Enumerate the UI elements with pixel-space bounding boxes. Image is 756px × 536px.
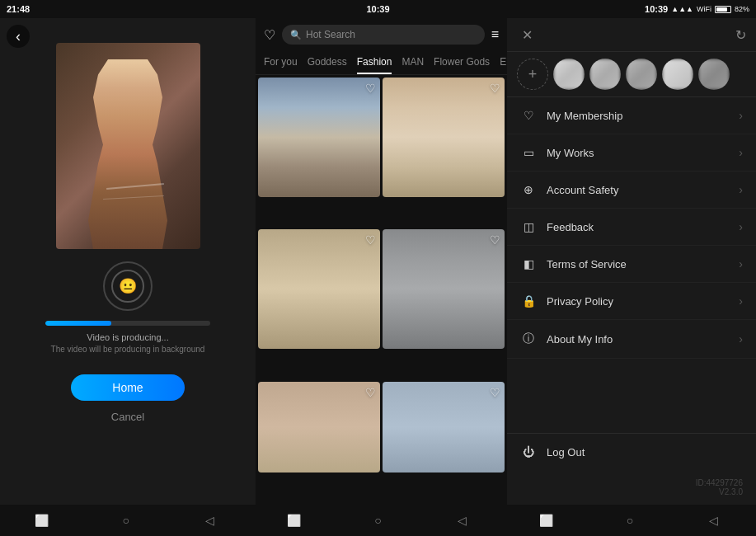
status-time-left: 21:48	[7, 4, 30, 14]
app-version: V2.3.0	[520, 487, 743, 496]
menu-item-feedback[interactable]: ◫ Feedback ›	[507, 209, 756, 246]
status-time-mid: 10:39	[366, 4, 389, 14]
terms-arrow: ›	[739, 257, 743, 270]
smiley-icon: 😐	[119, 277, 137, 295]
nav-circle-2[interactable]: ○	[365, 511, 390, 529]
heart-btn-3[interactable]: ♡	[365, 233, 376, 247]
about-arrow: ›	[739, 332, 743, 346]
right-panel: ✕ ↻ + ♡ My Membership	[507, 18, 756, 505]
search-icon: 🔍	[290, 30, 302, 40]
menu-icon[interactable]: ≡	[491, 27, 499, 42]
menu-item-membership[interactable]: ♡ My Membership ›	[507, 97, 756, 134]
middle-header: ♡ 🔍 Hot Search ≡	[256, 18, 507, 51]
privacy-label: Privacy Policy	[547, 295, 739, 308]
person-silhouette	[78, 59, 177, 249]
avatar-1[interactable]	[553, 59, 585, 90]
photo-cell-1[interactable]: ♡	[258, 78, 380, 197]
menu-item-safety[interactable]: ⊕ Account Safety ›	[507, 172, 756, 209]
left-panel: ‹ 😐 Video is producing... The video will…	[0, 18, 256, 505]
search-placeholder: Hot Search	[306, 29, 355, 40]
close-button[interactable]: ✕	[517, 25, 537, 45]
works-arrow: ›	[739, 146, 743, 159]
back-button[interactable]: ‹	[7, 25, 30, 48]
log-out-section[interactable]: ⏻ Log Out	[507, 433, 756, 470]
photo-cell-4[interactable]: ♡	[383, 229, 505, 349]
photo-cell-5[interactable]: ♡	[258, 382, 380, 473]
nav-back-3[interactable]: ◁	[702, 511, 726, 529]
nav-circle-1[interactable]: ○	[114, 511, 139, 529]
about-icon: ⓘ	[520, 331, 537, 346]
tab-eight-be[interactable]: Eight Be...	[500, 51, 507, 74]
works-icon: ▭	[520, 146, 537, 159]
tab-fashion[interactable]: Fashion	[357, 51, 392, 74]
feedback-label: Feedback	[547, 221, 739, 233]
safety-label: Account Safety	[547, 184, 739, 196]
privacy-arrow: ›	[739, 294, 743, 308]
terms-icon: ◧	[520, 257, 537, 270]
signal-icon: ▲▲▲	[671, 5, 693, 13]
nav-back-1[interactable]: ◁	[198, 511, 223, 529]
tab-man[interactable]: MAN	[401, 51, 424, 74]
heart-btn-1[interactable]: ♡	[365, 82, 376, 95]
preview-image	[56, 43, 200, 249]
search-bar[interactable]: 🔍 Hot Search	[282, 25, 485, 45]
avatar-strip: +	[507, 52, 756, 97]
avatar-2[interactable]	[589, 59, 621, 90]
feedback-icon: ◫	[520, 220, 537, 233]
avatar-3[interactable]	[626, 59, 657, 90]
add-avatar-button[interactable]: +	[517, 59, 548, 90]
nav-circle-3[interactable]: ○	[617, 511, 642, 529]
membership-icon: ♡	[520, 109, 537, 122]
menu-header: ✕ ↻	[507, 18, 756, 52]
photo-grid: ♡ ♡ ♡ ♡ ♡	[256, 75, 507, 505]
nav-bar: ⬜ ○ ◁ ⬜ ○ ◁ ⬜ ○ ◁	[0, 505, 756, 536]
menu-item-privacy[interactable]: 🔒 Privacy Policy ›	[507, 283, 756, 320]
photo-cell-6[interactable]: ♡	[383, 382, 505, 473]
middle-panel: ♡ 🔍 Hot Search ≡ For you Goddess Fashion…	[256, 18, 507, 505]
app-id: ID:44297726	[520, 478, 743, 487]
nav-square-1[interactable]: ⬜	[30, 511, 54, 529]
avatar-5[interactable]	[698, 59, 730, 90]
nav-square-2[interactable]: ⬜	[282, 511, 307, 529]
status-time-right: 10:39	[645, 4, 668, 14]
tab-flower-gods[interactable]: Flower Gods	[434, 51, 490, 74]
producing-text: Video is producing...	[87, 332, 168, 342]
about-label: About My Info	[547, 333, 739, 346]
progress-bar-fill	[45, 321, 111, 326]
wifi-icon: WiFi	[697, 5, 711, 13]
log-out-icon: ⏻	[520, 445, 537, 458]
photo-cell-2[interactable]: ♡	[383, 78, 505, 197]
battery-indicator	[715, 6, 731, 13]
heart-btn-5[interactable]: ♡	[365, 386, 376, 399]
log-out-label: Log Out	[547, 446, 585, 458]
cancel-text[interactable]: Cancel	[111, 411, 144, 423]
avatar-4[interactable]	[662, 59, 693, 90]
menu-items: ♡ My Membership › ▭ My Works › ⊕ Account…	[507, 97, 756, 433]
progress-circle: 😐	[103, 261, 153, 311]
battery-percent: 82%	[735, 5, 749, 13]
refresh-button[interactable]: ↻	[735, 27, 746, 43]
menu-item-terms[interactable]: ◧ Terms of Service ›	[507, 246, 756, 283]
membership-label: My Membership	[547, 110, 739, 122]
menu-item-about[interactable]: ⓘ About My Info ›	[507, 320, 756, 359]
heart-btn-2[interactable]: ♡	[490, 82, 500, 95]
nav-back-2[interactable]: ◁	[449, 511, 474, 529]
works-label: My Works	[547, 147, 739, 159]
menu-item-works[interactable]: ▭ My Works ›	[507, 134, 756, 172]
privacy-icon: 🔒	[520, 294, 537, 308]
app-info: ID:44297726 V2.3.0	[507, 470, 756, 505]
progress-bar-container	[45, 321, 210, 326]
tab-bar: For you Goddess Fashion MAN Flower Gods …	[256, 51, 507, 75]
heart-btn-4[interactable]: ♡	[490, 233, 500, 247]
producing-sub-text: The video will be producing in backgroun…	[51, 345, 205, 354]
terms-label: Terms of Service	[547, 258, 739, 270]
tab-goddess[interactable]: Goddess	[308, 51, 347, 74]
tab-for-you[interactable]: For you	[264, 51, 298, 74]
favorites-icon[interactable]: ♡	[264, 27, 275, 43]
photo-cell-3[interactable]: ♡	[258, 229, 380, 349]
nav-square-3[interactable]: ⬜	[533, 511, 558, 529]
heart-btn-6[interactable]: ♡	[490, 386, 500, 399]
membership-arrow: ›	[739, 109, 743, 122]
home-button[interactable]: Home	[71, 374, 184, 401]
feedback-arrow: ›	[739, 220, 743, 233]
